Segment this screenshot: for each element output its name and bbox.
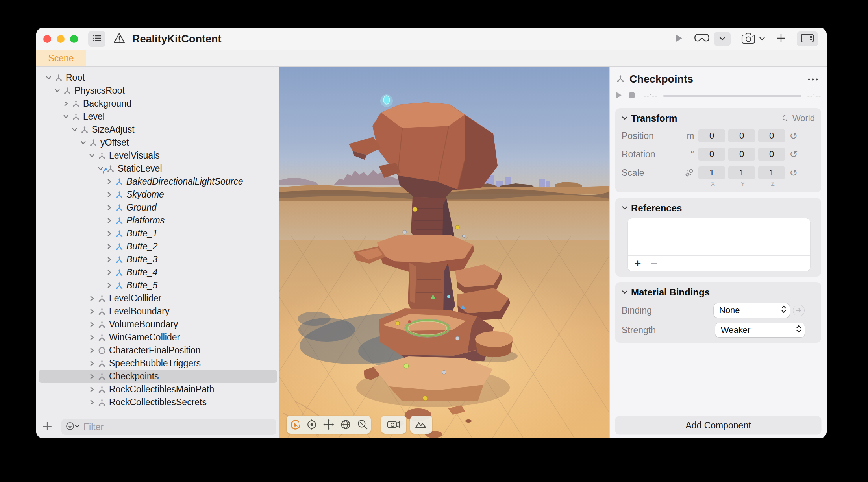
tree-item-PhysicsRoot[interactable]: PhysicsRoot bbox=[36, 84, 279, 97]
position-z-field[interactable]: 0 bbox=[758, 129, 785, 142]
add-component-button[interactable]: Add Component bbox=[615, 416, 821, 434]
disclosure-right-icon[interactable] bbox=[87, 373, 96, 379]
references-list[interactable] bbox=[628, 218, 810, 255]
disclosure-down-icon[interactable] bbox=[44, 75, 53, 81]
tree-item-Butte_4[interactable]: Butte_4 bbox=[36, 266, 279, 279]
minimize-window-button[interactable] bbox=[57, 35, 65, 43]
tree-item-LevelCollider[interactable]: LevelCollider bbox=[36, 292, 279, 305]
filter-input[interactable]: Filter bbox=[61, 419, 276, 435]
tab-scene[interactable]: Scene bbox=[36, 50, 86, 66]
globe-tool-button[interactable] bbox=[338, 417, 353, 432]
disclosure-right-icon[interactable] bbox=[105, 179, 113, 185]
tree-item-Butte_5[interactable]: Butte_5 bbox=[36, 279, 279, 292]
reset-camera-button[interactable] bbox=[386, 417, 402, 432]
scale-x-field[interactable]: 1 bbox=[698, 166, 725, 179]
add-reference-button[interactable]: + bbox=[634, 258, 641, 270]
filter-icon[interactable] bbox=[65, 421, 80, 433]
disclosure-right-icon[interactable] bbox=[87, 308, 96, 314]
remove-reference-button[interactable]: − bbox=[651, 258, 658, 270]
tree-item-LevelVisuals[interactable]: LevelVisuals bbox=[36, 149, 279, 162]
rotation-y-field[interactable]: 0 bbox=[728, 148, 755, 161]
disclosure-down-icon[interactable] bbox=[61, 114, 70, 120]
position-x-field[interactable]: 0 bbox=[698, 129, 725, 142]
disclosure-down-icon[interactable] bbox=[53, 88, 61, 94]
tree-item-Ground[interactable]: Ground bbox=[36, 201, 279, 214]
disclosure-down-icon[interactable] bbox=[87, 153, 96, 159]
tree-item-Background[interactable]: Background bbox=[36, 97, 279, 110]
environment-button[interactable] bbox=[413, 417, 429, 432]
chevron-down-icon[interactable] bbox=[622, 289, 628, 296]
disclosure-right-icon[interactable] bbox=[105, 244, 113, 249]
chevron-down-icon[interactable] bbox=[622, 205, 628, 212]
disclosure-right-icon[interactable] bbox=[105, 257, 113, 262]
tree-item-RockCollectiblesMainPath[interactable]: RockCollectiblesMainPath bbox=[36, 383, 279, 396]
disclosure-right-icon[interactable] bbox=[87, 321, 96, 327]
tree-item-RockCollectiblesSecrets[interactable]: RockCollectiblesSecrets bbox=[36, 396, 279, 409]
tree-item-Root[interactable]: Root bbox=[36, 71, 279, 84]
warnings-button[interactable] bbox=[113, 31, 126, 47]
scale-y-field[interactable]: 1 bbox=[728, 166, 755, 179]
rotation-reset-button[interactable]: ↺ bbox=[788, 149, 800, 160]
tree-item-LevelBoundary[interactable]: LevelBoundary bbox=[36, 305, 279, 318]
tree-item-Butte_3[interactable]: Butte_3 bbox=[36, 253, 279, 266]
disclosure-right-icon[interactable] bbox=[61, 101, 70, 107]
scale-z-field[interactable]: 1 bbox=[758, 166, 785, 179]
close-window-button[interactable] bbox=[43, 35, 51, 43]
position-y-field[interactable]: 0 bbox=[728, 129, 755, 142]
disclosure-right-icon[interactable] bbox=[87, 399, 96, 405]
tree-item-BakedDirectionalLightSource[interactable]: BakedDirectionalLightSource bbox=[36, 175, 279, 188]
strength-dropdown[interactable]: Weaker bbox=[715, 323, 805, 337]
orbit-tool-button[interactable] bbox=[304, 417, 320, 432]
playback-play-button[interactable] bbox=[615, 91, 622, 101]
playback-slider[interactable] bbox=[663, 95, 802, 97]
tree-item-yOffset[interactable]: yOffset bbox=[36, 136, 279, 149]
tree-item-Butte_2[interactable]: Butte_2 bbox=[36, 240, 279, 253]
disclosure-right-icon[interactable] bbox=[105, 205, 113, 211]
rotation-x-field[interactable]: 0 bbox=[698, 148, 725, 161]
tree-item-Checkpoints[interactable]: Checkpoints bbox=[36, 370, 279, 383]
toggle-inspector-button[interactable] bbox=[797, 31, 818, 46]
disclosure-down-icon[interactable] bbox=[70, 127, 79, 133]
rotation-z-field[interactable]: 0 bbox=[758, 148, 785, 161]
disclosure-right-icon[interactable] bbox=[105, 231, 113, 236]
tree-item-SizeAdjust[interactable]: SizeAdjust bbox=[36, 123, 279, 136]
play-scene-button[interactable] bbox=[674, 31, 683, 47]
scene-list-button[interactable] bbox=[88, 31, 105, 47]
select-tool-button[interactable] bbox=[287, 417, 303, 432]
position-reset-button[interactable]: ↺ bbox=[788, 130, 800, 142]
tree-item-Level[interactable]: Level bbox=[36, 110, 279, 123]
disclosure-down-icon[interactable] bbox=[79, 140, 87, 146]
viewport-3d[interactable] bbox=[279, 67, 609, 438]
zoom-tool-button[interactable] bbox=[355, 417, 370, 432]
playback-stop-button[interactable] bbox=[629, 92, 635, 100]
disclosure-right-icon[interactable] bbox=[105, 192, 113, 198]
navigate-to-binding-button[interactable] bbox=[793, 305, 805, 316]
snapshot-button[interactable] bbox=[741, 31, 756, 47]
disclosure-right-icon[interactable] bbox=[87, 295, 96, 301]
chevron-down-icon[interactable] bbox=[622, 115, 628, 122]
simulator-device-button[interactable] bbox=[694, 31, 710, 47]
tree-item-VolumeBoundary[interactable]: VolumeBoundary bbox=[36, 318, 279, 331]
binding-dropdown[interactable]: None bbox=[714, 303, 790, 318]
add-entity-bottom-button[interactable] bbox=[39, 419, 56, 435]
tree-item-SpeechBubbleTriggers[interactable]: SpeechBubbleTriggers bbox=[36, 357, 279, 370]
scale-reset-button[interactable]: ↺ bbox=[788, 167, 800, 179]
disclosure-right-icon[interactable] bbox=[105, 283, 113, 288]
more-options-button[interactable] bbox=[807, 76, 819, 83]
simulator-options-button[interactable] bbox=[714, 32, 731, 46]
zoom-window-button[interactable] bbox=[70, 35, 78, 43]
disclosure-right-icon[interactable] bbox=[87, 386, 96, 392]
tree-item-WinGameCollider[interactable]: WinGameCollider bbox=[36, 331, 279, 344]
snapshot-options-button[interactable] bbox=[759, 31, 765, 47]
disclosure-right-icon[interactable] bbox=[105, 218, 113, 223]
disclosure-right-icon[interactable] bbox=[105, 270, 113, 275]
tree-item-Butte_1[interactable]: Butte_1 bbox=[36, 227, 279, 240]
add-entity-button[interactable] bbox=[775, 31, 787, 47]
tree-item-Skydome[interactable]: Skydome bbox=[36, 188, 279, 201]
tree-item-CharacterFinalPosition[interactable]: CharacterFinalPosition bbox=[36, 344, 279, 357]
tree-item-Platforms[interactable]: Platforms bbox=[36, 214, 279, 227]
unlink-icon[interactable] bbox=[681, 168, 698, 177]
disclosure-right-icon[interactable] bbox=[87, 360, 96, 366]
coordinate-space-label[interactable]: World bbox=[792, 113, 815, 124]
tree-item-StaticLevel[interactable]: StaticLevel bbox=[36, 162, 279, 175]
